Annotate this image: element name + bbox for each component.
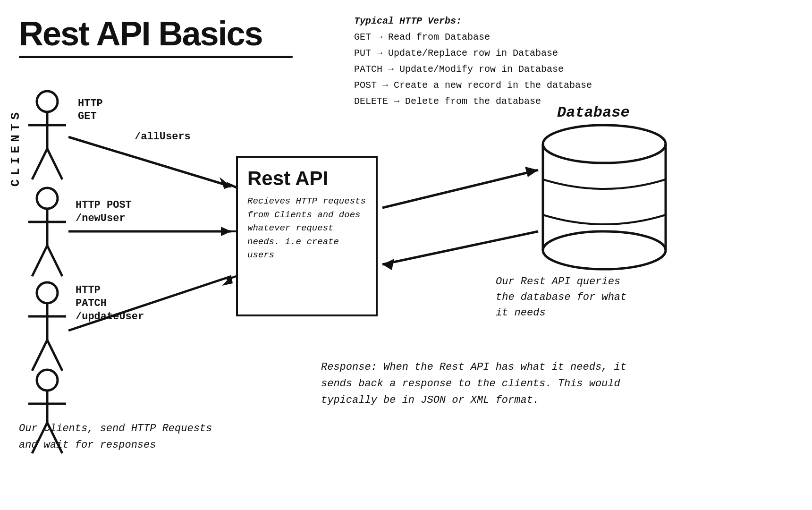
svg-line-14: [32, 246, 47, 276]
rest-api-box-desc: Recieves HTTP requests from Clients and …: [247, 195, 366, 262]
rest-api-box: Rest API Recieves HTTP requests from Cli…: [236, 156, 378, 316]
svg-marker-19: [221, 227, 231, 236]
database-label: Database: [557, 104, 630, 121]
svg-line-8: [68, 137, 231, 187]
http-verbs-section: Typical HTTP Verbs: GET → Read from Data…: [354, 13, 592, 110]
page: Rest API Basics Typical HTTP Verbs: GET …: [0, 0, 812, 510]
svg-point-11: [37, 188, 58, 209]
svg-marker-9: [220, 177, 231, 189]
http-verbs-line-1: GET → Read from Database: [354, 29, 592, 45]
clients-bottom-line1: Our Clients, send HTTP Requests: [19, 420, 212, 437]
rest-api-box-title: Rest API: [247, 167, 366, 190]
svg-text:PATCH: PATCH: [76, 298, 107, 309]
svg-text:/newUser: /newUser: [76, 212, 126, 224]
http-verbs-heading: Typical HTTP Verbs:: [354, 13, 592, 29]
db-queries-text: Our Rest API queries the database for wh…: [496, 274, 637, 321]
svg-text:/updateUser: /updateUser: [76, 311, 144, 323]
svg-line-29: [68, 276, 231, 331]
svg-point-21: [37, 282, 58, 303]
svg-marker-44: [382, 259, 394, 270]
http-verbs-line-5: DELETE → Delete from the database: [354, 94, 592, 110]
svg-line-4: [47, 149, 62, 179]
svg-text:HTTP POST: HTTP POST: [76, 199, 132, 211]
svg-line-24: [32, 340, 47, 371]
http-verbs-line-2: PUT → Update/Replace row in Database: [354, 45, 592, 61]
title-underline: [19, 56, 293, 58]
svg-marker-30: [222, 276, 233, 286]
page-title: Rest API Basics: [19, 14, 262, 53]
svg-line-43: [382, 231, 538, 264]
svg-marker-42: [525, 167, 538, 177]
response-text: Response: When the Rest API has what it …: [321, 359, 628, 409]
svg-point-0: [37, 91, 58, 112]
svg-line-15: [47, 246, 62, 276]
svg-text:GET: GET: [78, 110, 97, 122]
clients-bottom-text: Our Clients, send HTTP Requests and wait…: [19, 420, 212, 453]
svg-line-25: [47, 340, 62, 371]
clients-label: CLIENTS: [8, 109, 23, 187]
svg-line-41: [382, 170, 538, 208]
http-verbs-line-4: POST → Create a new record in the databa…: [354, 77, 592, 94]
http-verbs-line-3: PATCH → Update/Modify row in Database: [354, 61, 592, 77]
svg-point-40: [543, 231, 666, 269]
svg-point-32: [37, 370, 58, 391]
svg-text:/allUsers: /allUsers: [135, 131, 191, 143]
clients-bottom-line2: and wait for responses: [19, 437, 212, 453]
svg-point-37: [543, 125, 666, 163]
svg-line-3: [32, 149, 47, 179]
svg-text:HTTP: HTTP: [76, 284, 101, 296]
svg-text:HTTP: HTTP: [78, 98, 103, 110]
